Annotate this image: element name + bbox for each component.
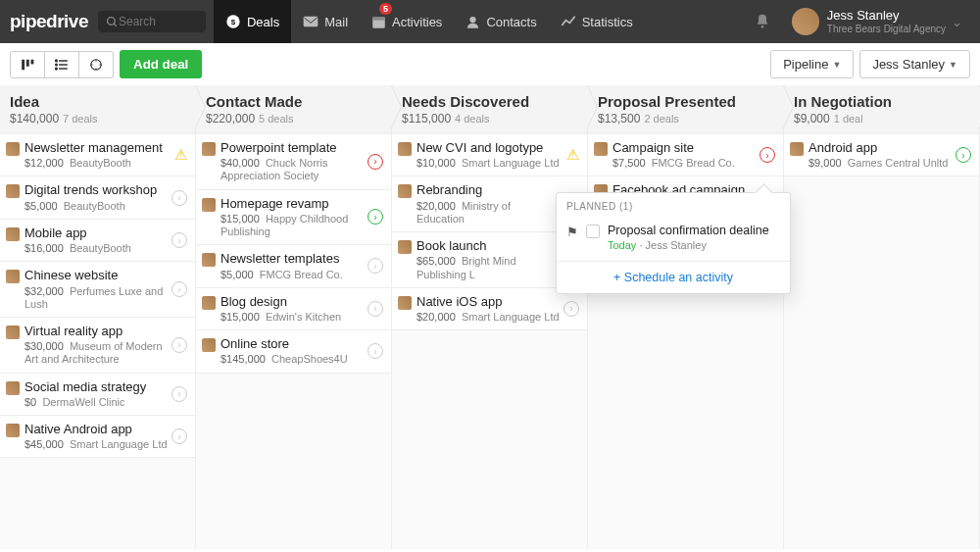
deal-meta: $15,000 Edwin's Kitchen	[220, 311, 364, 324]
list-view-button[interactable]	[45, 52, 79, 77]
deal-meta: $40,000 Chuck Norris Appreciation Societ…	[220, 157, 364, 182]
deal-title: Social media strategy	[24, 379, 168, 395]
schedule-activity-link[interactable]: + Schedule an activity	[557, 262, 790, 293]
user-menu[interactable]: Jess Stanley Three Bears Digital Agency …	[784, 8, 970, 35]
deal-title: Homepage revamp	[220, 196, 364, 212]
deal-card[interactable]: Social media strategy$0 DermaWell Clinic…	[0, 374, 195, 416]
add-deal-button[interactable]: Add deal	[120, 50, 202, 78]
deal-owner-avatar	[6, 227, 20, 241]
stage-column: Contact Made$220,0005 dealsPowerpoint te…	[196, 85, 392, 549]
deal-title: Mobile app	[24, 226, 168, 241]
pipeline-dropdown[interactable]: Pipeline ▼	[770, 50, 854, 78]
deal-title: Android app	[808, 140, 952, 156]
stage-total: $13,500	[598, 112, 640, 125]
stage-total: $9,000	[794, 112, 830, 125]
deal-title: Native Android app	[24, 422, 168, 437]
deal-card[interactable]: Powerpoint template$40,000 Chuck Norris …	[196, 134, 391, 190]
owner-dropdown[interactable]: Jess Stanley ▼	[859, 50, 970, 78]
stage-header[interactable]: Idea$140,0007 deals	[0, 85, 195, 134]
deal-card[interactable]: Blog design$15,000 Edwin's Kitchen›	[196, 288, 391, 330]
stage-title: Proposal Presented	[598, 93, 773, 110]
deal-card[interactable]: New CVI and logotype$10,000 Smart Langua…	[392, 134, 587, 176]
stage-title: Idea	[10, 93, 185, 110]
deal-card[interactable]: Homepage revamp$15,000 Happy Childhood P…	[196, 190, 391, 246]
deal-amount: $20,000	[416, 200, 456, 212]
stage-summary: $115,0004 deals	[402, 112, 577, 125]
deal-amount: $9,000	[808, 157, 842, 169]
deal-meta: $16,000 BeautyBooth	[24, 242, 168, 255]
activity-checkbox[interactable]	[586, 225, 600, 238]
deal-org: Games Central Unltd	[848, 157, 949, 169]
deal-meta: $5,000 FMCG Bread Co.	[220, 269, 364, 281]
activity-subline: Today · Jess Stanley	[608, 239, 769, 251]
svg-point-15	[56, 60, 58, 62]
deal-owner-avatar	[398, 142, 412, 156]
stage-header[interactable]: Proposal Presented$13,5002 deals	[588, 85, 783, 134]
deal-org: Smart Language Ltd	[462, 157, 560, 169]
svg-rect-10	[26, 59, 29, 66]
deal-title: Digital trends workshop	[24, 182, 168, 198]
stage-column: In Negotiation$9,0001 dealAndroid app$9,…	[784, 85, 980, 549]
nav-activities[interactable]: 5 Activities	[360, 0, 454, 43]
next-indicator: ›	[368, 301, 383, 317]
nav-mail[interactable]: Mail	[291, 0, 360, 43]
deal-card[interactable]: Android app$9,000 Games Central Unltd›	[784, 134, 979, 176]
chart-icon	[561, 15, 576, 28]
deal-meta: $15,000 Happy Childhood Publishing	[220, 213, 364, 238]
deal-title: Blog design	[220, 294, 364, 310]
deal-meta: $30,000 Museum of Modern Art and Archite…	[24, 340, 168, 366]
deal-title: Virtual reality app	[24, 324, 168, 339]
deal-card[interactable]: Chinese website$32,000 Perfumes Luxe and…	[0, 262, 195, 318]
toolbar: Add deal Pipeline ▼ Jess Stanley ▼	[0, 43, 980, 85]
stage-header[interactable]: Contact Made$220,0005 deals	[196, 85, 391, 134]
svg-rect-9	[22, 59, 24, 70]
deal-title: Newsletter templates	[220, 251, 364, 267]
notifications-button[interactable]	[741, 13, 784, 30]
deal-card[interactable]: Digital trends workshop$5,000 BeautyBoot…	[0, 176, 195, 219]
nav-mail-label: Mail	[324, 15, 348, 29]
nav-contacts[interactable]: Contacts	[454, 0, 548, 43]
deal-card[interactable]: Newsletter management$12,000 BeautyBooth…	[0, 134, 195, 176]
deal-owner-avatar	[398, 296, 412, 310]
search-input[interactable]	[119, 15, 187, 28]
deal-owner-avatar	[202, 296, 216, 310]
pipeline-view-button[interactable]	[11, 52, 45, 77]
user-org: Three Bears Digital Agency	[827, 24, 946, 34]
deal-card[interactable]: Native Android app$45,000 Smart Language…	[0, 416, 195, 458]
deal-org: BeautyBooth	[64, 200, 125, 212]
user-name: Jess Stanley	[827, 9, 946, 23]
deal-title: Powerpoint template	[220, 140, 364, 156]
deal-title: New CVI and logotype	[416, 140, 563, 156]
next-indicator: ›	[172, 428, 187, 444]
deal-org: Smart Language Ltd	[70, 438, 168, 450]
next-indicator: ›	[172, 232, 187, 248]
chevron-down-icon: ⌄	[952, 15, 962, 29]
stage-header[interactable]: In Negotiation$9,0001 deal	[784, 85, 979, 134]
stage-summary: $140,0007 deals	[10, 112, 185, 125]
deal-meta: $32,000 Perfumes Luxe and Lush	[24, 285, 168, 311]
stage-header[interactable]: Needs Discovered$115,0004 deals	[392, 85, 587, 134]
planned-activity-row[interactable]: ⚑ Proposal confirmation dealine Today · …	[557, 218, 790, 262]
deal-card[interactable]: Virtual reality app$30,000 Museum of Mod…	[0, 318, 195, 374]
svg-point-17	[56, 68, 58, 70]
nav-statistics[interactable]: Statistics	[549, 0, 645, 43]
search-box[interactable]	[98, 11, 206, 32]
deal-card[interactable]: Online store$145,000 CheapShoes4U›	[196, 330, 391, 373]
logo: pipedrive	[10, 11, 88, 32]
nav-contacts-label: Contacts	[486, 15, 536, 29]
stage-title: In Negotiation	[794, 93, 969, 110]
forecast-view-button[interactable]	[79, 52, 113, 77]
deal-card[interactable]: Native iOS app$20,000 Smart Language Ltd…	[392, 288, 587, 330]
deal-card[interactable]: Campaign site$7,500 FMCG Bread Co.›	[588, 134, 783, 176]
deal-amount: $16,000	[24, 242, 64, 254]
deal-card[interactable]: Mobile app$16,000 BeautyBooth›	[0, 220, 195, 262]
deal-org: DermaWell Clinic	[42, 396, 124, 408]
deal-amount: $10,000	[416, 157, 456, 169]
nav-deals[interactable]: $ Deals	[214, 0, 291, 43]
nav-statistics-label: Statistics	[582, 15, 633, 29]
overdue-indicator: ›	[368, 154, 383, 170]
deal-card[interactable]: Newsletter templates$5,000 FMCG Bread Co…	[196, 245, 391, 287]
deal-meta: $9,000 Games Central Unltd	[808, 157, 952, 170]
deal-amount: $15,000	[220, 311, 260, 323]
search-icon	[106, 16, 119, 28]
